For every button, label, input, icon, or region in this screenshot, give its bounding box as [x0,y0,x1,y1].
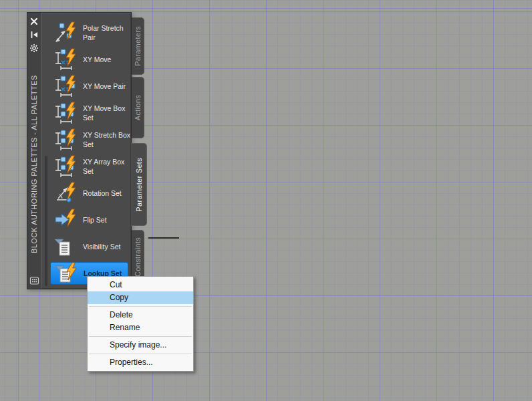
menu-item-specify-image[interactable]: Specify image... [88,339,193,352]
palette-item-label: Flip Set [83,215,130,225]
palette-title: BLOCK AUTHORING PALETTES - ALL PALETTES [30,57,38,272]
flip-set-icon [53,209,78,231]
tab-parameter-sets[interactable]: Parameter Sets [131,143,147,226]
menu-item-cut[interactable]: Cut [88,279,193,291]
palette-item-list: Polar Stretch PairXY MoveXY Move PairXY … [41,19,130,287]
tab-label: Actions [134,95,142,120]
tab-label: Constraints [134,237,142,277]
palette-item-flip-set[interactable]: Flip Set [41,207,130,233]
xy-move-box-set-icon [53,102,78,124]
tab-actions[interactable]: Actions [132,77,144,138]
palette-item-rotation-set[interactable]: Rotation Set [41,180,130,207]
menu-item-copy[interactable]: Copy [88,291,193,304]
palette-item-xy-move[interactable]: XY Move [41,46,130,73]
palette-item-xy-array-box-set[interactable]: XY Array Box Set [41,153,130,180]
tab-constraints[interactable]: Constraints [132,230,144,283]
tab-label: Parameters [134,26,142,66]
palette-display-options-icon[interactable] [29,276,39,285]
palette-tab-strip: ParametersActionsParameter SetsConstrain… [131,12,147,289]
close-icon[interactable] [29,17,39,26]
tab-parameters[interactable]: Parameters [132,17,144,75]
block-authoring-palettes-window: BLOCK AUTHORING PALETTES - ALL PALETTES … [27,12,132,289]
palette-item-label: Polar Stretch Pair [83,23,130,42]
autohide-pin-icon[interactable] [29,30,39,39]
palette-item-xy-move-box-set[interactable]: XY Move Box Set [41,100,130,126]
palette-item-polar-stretch-pair[interactable]: Polar Stretch Pair [41,19,130,46]
properties-gear-icon[interactable] [29,43,39,53]
palette-item-label: XY Array Box Set [83,157,130,176]
menu-separator [89,336,192,337]
xy-array-box-set-icon [53,155,78,178]
xy-stretch-box-set-icon [53,128,78,151]
visibility-set-icon [53,235,78,258]
palette-item-label: XY Move [83,55,130,64]
polar-stretch-pair-icon [53,21,78,44]
palette-panel: Polar Stretch PairXY MoveXY Move PairXY … [41,13,131,289]
lookup-set-icon [54,262,78,285]
palette-item-xy-stretch-box-set[interactable]: XY Stretch Box Set [41,126,130,153]
menu-item-properties[interactable]: Properties... [88,356,193,369]
drawn-line-segment[interactable] [148,237,179,239]
menu-item-delete[interactable]: Delete [88,309,193,321]
palette-titlebar[interactable]: BLOCK AUTHORING PALETTES - ALL PALETTES [27,13,41,289]
palette-item-xy-move-pair[interactable]: XY Move Pair [41,73,130,100]
xy-move-icon [53,48,78,71]
drawing-canvas[interactable]: BLOCK AUTHORING PALETTES - ALL PALETTES … [0,0,532,401]
menu-separator [89,354,192,354]
palette-item-visibility-set[interactable]: Visibility Set [41,233,130,260]
rotation-set-icon [53,182,78,205]
palette-item-label: Visibility Set [83,242,130,251]
menu-item-rename[interactable]: Rename [88,321,193,334]
menu-separator [89,306,192,307]
palette-item-label: XY Move Box Set [83,104,130,122]
palette-item-label: XY Move Pair [83,82,130,91]
xy-move-pair-icon [53,75,78,98]
palette-item-label: XY Stretch Box Set [83,130,130,149]
palette-item-label: Rotation Set [83,188,130,198]
tab-label: Parameter Sets [135,158,143,212]
context-menu: CutCopyDeleteRenameSpecify image...Prope… [87,276,194,372]
